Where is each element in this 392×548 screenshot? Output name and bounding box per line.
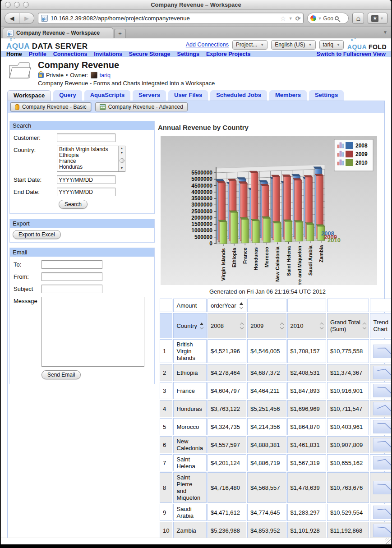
subtab-button-basic[interactable]: Company Revenue - Basic: [10, 102, 91, 111]
table-row: 5Morocco$4,324,735$4,214,356$1,864,870$1…: [160, 418, 391, 435]
tab-workspace[interactable]: Workspace: [7, 90, 51, 101]
nav-item-invitations[interactable]: Invitations: [94, 51, 122, 57]
trend-sparkline[interactable]: [373, 384, 391, 397]
end-date-input[interactable]: [57, 188, 115, 196]
end-date-label: End Date:: [14, 188, 57, 195]
svg-text:2010: 2010: [355, 160, 368, 166]
logo-rest-text: DATA SERVER: [32, 42, 88, 51]
orderyear-group-header[interactable]: orderYear: [208, 299, 246, 312]
trend-chart-cell[interactable]: [370, 436, 391, 453]
browser-tab[interactable]: Company Revenue – Workspace: [3, 28, 113, 38]
trend-chart-cell[interactable]: [370, 400, 391, 417]
trend-chart-cell[interactable]: [370, 454, 391, 471]
column-header-country[interactable]: Country: [173, 313, 207, 338]
trend-sparkline[interactable]: [373, 481, 391, 494]
url-bar[interactable]: 10.168.2.39:8082/app/home/project/compan…: [38, 13, 304, 24]
trend-sparkline[interactable]: [373, 438, 391, 451]
export-to-excel-button[interactable]: Export to Excel: [13, 230, 61, 239]
tab-list-dropdown-icon[interactable]: ▼: [383, 30, 387, 35]
scroll-up2-icon[interactable]: ▼: [120, 151, 124, 155]
grand-total-cell: $10,529,554: [327, 504, 369, 521]
reload-icon[interactable]: ⟳: [295, 15, 301, 22]
scroll-down-icon[interactable]: ▼: [120, 166, 124, 170]
trend-sparkline[interactable]: [373, 456, 391, 470]
nav-item-home[interactable]: Home: [6, 51, 22, 57]
trend-sparkline[interactable]: [373, 506, 391, 519]
trend-chart-cell[interactable]: [370, 418, 391, 435]
column-header-grand-total-sum-[interactable]: Grand Total (Sum): [327, 313, 369, 338]
trend-sparkline[interactable]: [373, 524, 391, 537]
magnifier-icon[interactable]: [335, 16, 339, 20]
sort-icon[interactable]: [363, 322, 366, 329]
to-input[interactable]: [42, 260, 102, 269]
project-select[interactable]: Project... ▼: [232, 40, 267, 50]
sort-icon[interactable]: [240, 322, 243, 329]
bookmark-star-icon[interactable]: ☆: [280, 15, 286, 22]
language-select[interactable]: English (US) ▼: [271, 40, 315, 50]
search-button[interactable]: Search: [59, 200, 88, 209]
column-header-2010[interactable]: 2010: [287, 313, 326, 338]
listbox-scrollbar[interactable]: ▲ ▼ ▼: [118, 146, 125, 171]
url-text[interactable]: 10.168.2.39:8082/app/home/project/compan…: [51, 15, 277, 22]
trend-chart-cell[interactable]: [370, 364, 391, 381]
forward-button[interactable]: ▶: [19, 13, 34, 24]
nav-item-profile[interactable]: Profile: [29, 51, 46, 57]
message-textarea[interactable]: [42, 297, 144, 367]
nav-item-secure-storage[interactable]: Secure Storage: [129, 51, 171, 57]
country-option[interactable]: Honduras: [59, 164, 118, 170]
column-header-2008[interactable]: 2008: [208, 313, 246, 338]
add-connections-link[interactable]: Add Connections: [186, 41, 229, 48]
trend-sparkline[interactable]: [373, 402, 391, 415]
tab-user-files[interactable]: User Files: [168, 90, 208, 101]
tab-query[interactable]: Query: [53, 90, 82, 101]
home-button[interactable]: ⌂: [352, 13, 364, 24]
tab-aquascripts[interactable]: AquaScripts: [84, 90, 131, 101]
window-titlebar: Company Revenue – Workspace: [1, 0, 391, 10]
tab-scheduled-jobs[interactable]: Scheduled Jobs: [210, 90, 267, 101]
revenue-2008-cell: $5,236,988: [208, 522, 246, 538]
nav-item-explore-projects[interactable]: Explore Projects: [206, 51, 251, 57]
sort-icon[interactable]: [200, 322, 203, 329]
trend-sparkline[interactable]: [373, 345, 391, 358]
nav-item-connections[interactable]: Connections: [53, 51, 88, 57]
sort-icon[interactable]: [281, 322, 283, 329]
search-text[interactable]: Goo: [323, 15, 333, 22]
trend-sparkline[interactable]: [373, 366, 391, 379]
trend-chart-cell[interactable]: [370, 339, 391, 363]
column-header-2009[interactable]: 2009: [247, 313, 286, 338]
trend-chart-cell[interactable]: [370, 522, 391, 538]
svg-text:4500000: 4500000: [191, 183, 212, 189]
customer-input[interactable]: [57, 134, 115, 142]
tab-members[interactable]: Members: [269, 90, 307, 101]
back-button[interactable]: ◀: [5, 13, 19, 24]
resize-grip[interactable]: [385, 538, 391, 544]
scroll-up-icon[interactable]: ▲: [120, 146, 124, 151]
trend-sparkline[interactable]: [373, 420, 391, 433]
new-tab-button[interactable]: +: [114, 29, 126, 38]
revenue-2010-cell: $1,461,831: [287, 436, 326, 453]
trend-chart-cell[interactable]: [370, 504, 391, 521]
aqua-data-server-logo: AQUA DATA SERVER: [6, 38, 88, 51]
sort-icon[interactable]: [320, 322, 323, 329]
trend-chart-cell[interactable]: [370, 382, 391, 399]
web-search-box[interactable]: ▼ Goo: [307, 13, 349, 24]
tab-settings[interactable]: Settings: [309, 90, 344, 101]
trend-chart-cell[interactable]: [370, 472, 391, 503]
nav-item-settings[interactable]: Settings: [177, 51, 199, 57]
bookmarks-button[interactable]: ★ ▼: [368, 13, 387, 24]
search-engine-dropdown-icon[interactable]: ▼: [318, 16, 322, 21]
owner-link[interactable]: tariq: [100, 72, 111, 78]
start-date-input[interactable]: [57, 175, 115, 184]
country-listbox[interactable]: British Virgin IslandsEthiopiaFranceHond…: [57, 146, 125, 172]
fullscreen-link[interactable]: Switch to Fullscreen View: [317, 51, 386, 57]
from-input[interactable]: [42, 272, 102, 281]
url-dropdown-icon[interactable]: ▼: [289, 16, 293, 21]
grand-total-cell: $10,655,162: [327, 454, 369, 471]
sort-icon[interactable]: [240, 302, 243, 309]
subtab-button-advanced[interactable]: Company Revenue - Advanced: [95, 102, 188, 111]
scrollbar-thumb[interactable]: [120, 158, 125, 163]
tab-servers[interactable]: Servers: [133, 90, 166, 101]
subject-input[interactable]: [42, 285, 102, 293]
user-menu[interactable]: tariq ▼: [319, 40, 344, 50]
send-email-button[interactable]: Send Email: [42, 370, 81, 379]
